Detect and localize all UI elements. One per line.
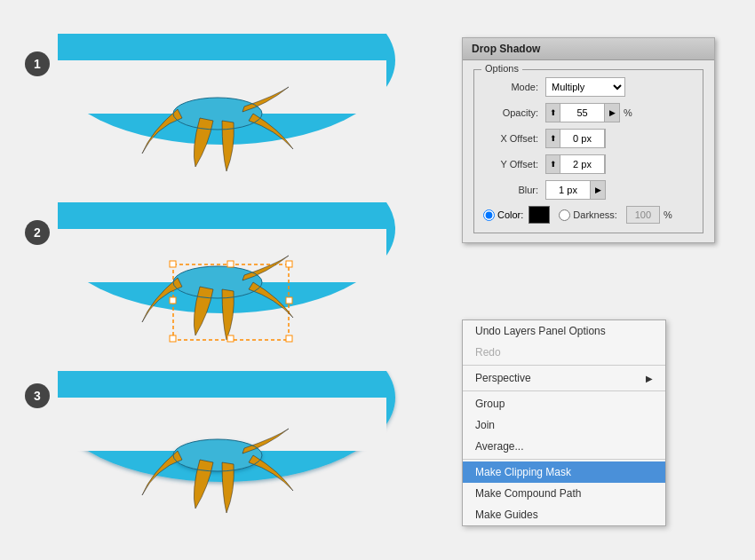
blur-label: Blur: [483,185,545,195]
opacity-spinner[interactable]: ⬆ [546,104,560,122]
darkness-text: Darkness: [573,209,617,220]
options-legend: Options [481,63,522,74]
xoffset-row: X Offset: ⬆ [483,129,694,148]
menu-item-average[interactable]: Average... [463,436,665,457]
menu-item-join-label: Join [475,419,495,431]
canvas-area: 1 2 3 [0,0,453,560]
mode-label: Mode: [483,82,545,92]
xoffset-control: ⬆ [545,129,606,148]
menu-item-clipping-mask-label: Make Clipping Mask [475,466,571,478]
opacity-control: ⬆ ▶ [545,103,620,122]
menu-item-group-label: Group [475,398,505,410]
color-swatch[interactable] [528,206,550,224]
submenu-arrow-perspective: ▶ [646,374,653,383]
blur-input[interactable] [546,181,591,199]
menu-item-redo: Redo [463,342,665,363]
color-radio[interactable] [483,209,495,221]
svg-rect-14 [170,335,176,342]
mode-control: Multiply [545,77,625,97]
illustration-step3 [58,371,404,535]
blur-arrow[interactable]: ▶ [591,181,605,199]
color-radio-label[interactable]: Color: [483,209,523,221]
opacity-input[interactable] [560,104,605,122]
xoffset-spinner[interactable]: ⬆ [546,130,560,147]
svg-rect-12 [170,297,176,304]
yoffset-label: Y Offset: [483,159,545,170]
color-row: Color: Darkness: % [483,206,694,224]
dialog-body: Options Mode: Multiply Opacity: ⬆ [463,60,714,242]
color-text: Color: [497,209,523,220]
menu-item-redo-label: Redo [475,346,501,359]
illustration-step2 [58,202,404,353]
blur-row: Blur: ▶ [483,180,694,200]
menu-item-average-label: Average... [475,440,523,453]
dialog-title: Drop Shadow [463,38,714,60]
opacity-arrow[interactable]: ▶ [605,104,619,122]
menu-item-undo-label: Undo Layers Panel Options [475,325,606,337]
svg-rect-13 [286,297,292,304]
menu-item-compound-path-label: Make Compound Path [475,487,581,500]
opacity-unit: % [624,107,632,118]
yoffset-row: Y Offset: ⬆ [483,154,694,174]
blur-control: ▶ [545,180,606,200]
yoffset-control: ⬆ [545,154,606,174]
menu-item-perspective-label: Perspective [475,372,531,384]
opacity-row: Opacity: ⬆ ▶ % [483,103,694,122]
menu-item-make-guides[interactable]: Make Guides [463,504,665,525]
svg-rect-16 [286,335,292,342]
menu-item-make-guides-label: Make Guides [475,509,538,521]
svg-rect-15 [227,335,234,342]
illustration-step1 [58,34,404,185]
step-3-circle: 3 [25,383,50,408]
darkness-radio-label[interactable]: Darkness: [559,209,621,221]
step-2-circle: 2 [25,220,50,245]
mode-select[interactable]: Multiply [545,77,625,97]
svg-rect-9 [170,261,176,267]
yoffset-spinner[interactable]: ⬆ [546,155,560,173]
drop-shadow-dialog: Drop Shadow Options Mode: Multiply Opaci… [462,37,715,243]
darkness-unit: % [664,209,672,220]
svg-rect-10 [227,261,234,267]
right-panel: Drop Shadow Options Mode: Multiply Opaci… [457,0,755,560]
xoffset-label: X Offset: [483,133,545,144]
menu-item-group[interactable]: Group [463,393,665,414]
xoffset-input[interactable] [560,130,605,147]
options-group: Options Mode: Multiply Opacity: ⬆ [473,69,703,233]
context-menu: Undo Layers Panel Options Redo Perspecti… [462,319,666,526]
menu-separator-3 [463,459,665,460]
darkness-radio[interactable] [559,209,570,221]
menu-item-compound-path[interactable]: Make Compound Path [463,483,665,504]
menu-item-undo[interactable]: Undo Layers Panel Options [463,320,665,342]
menu-separator-2 [463,390,665,391]
menu-item-perspective[interactable]: Perspective ▶ [463,367,665,389]
menu-item-join[interactable]: Join [463,414,665,436]
opacity-label: Opacity: [483,107,545,118]
step-1-circle: 1 [25,51,50,76]
darkness-input[interactable] [626,206,660,224]
menu-separator-1 [463,365,665,366]
svg-rect-11 [286,261,292,267]
yoffset-input[interactable] [560,155,605,173]
menu-item-clipping-mask[interactable]: Make Clipping Mask [463,461,665,483]
mode-row: Mode: Multiply [483,77,694,97]
